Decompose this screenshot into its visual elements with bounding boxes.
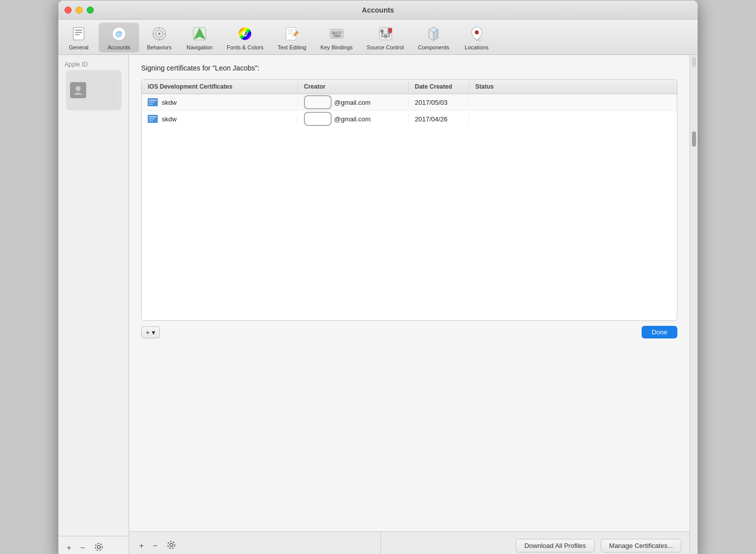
manage-certs-button[interactable]: Manage Certificates... <box>601 539 681 552</box>
navigation-icon <box>191 25 209 43</box>
general-label: General <box>69 44 88 50</box>
components-label: Components <box>418 44 449 50</box>
source-control-label: Source Control <box>367 44 404 50</box>
svg-text:A: A <box>244 31 248 37</box>
toolbar-item-components[interactable]: Components <box>411 23 456 52</box>
svg-point-43 <box>97 545 100 548</box>
settings-bottom-button[interactable] <box>165 539 178 552</box>
toolbar-item-navigation[interactable]: Navigation <box>179 23 220 52</box>
toolbar-item-accounts[interactable]: @ Accounts <box>99 23 139 52</box>
svg-point-53 <box>170 543 173 546</box>
title-bar: Accounts <box>58 1 698 20</box>
svg-point-12 <box>158 33 160 35</box>
svg-rect-47 <box>149 102 155 103</box>
bottom-bar: + − Download All Profiles Manage Certifi… <box>129 531 689 554</box>
content-panel: Signing certificates for "Leon Jacobs": … <box>129 55 689 554</box>
toolbar-item-behaviors[interactable]: Behaviors <box>139 23 179 52</box>
col-header-creator: Creator <box>298 82 409 92</box>
certs-section-title: Signing certificates for "Leon Jacobs": <box>141 64 677 72</box>
certs-section: Signing certificates for "Leon Jacobs": … <box>129 55 689 531</box>
minimize-button[interactable] <box>76 7 83 14</box>
source-control-icon <box>376 25 395 43</box>
creator-redacted-box <box>304 112 332 126</box>
toolbar-item-general[interactable]: General <box>58 23 99 52</box>
toolbar-item-key-bindings[interactable]: alt ⌥ option Key Bindings <box>313 23 360 52</box>
svg-rect-26 <box>338 32 341 34</box>
right-scrollbar <box>689 55 698 554</box>
sidebar-section-label: Apple ID <box>58 61 88 68</box>
remove-bottom-button[interactable]: − <box>151 540 159 551</box>
locations-icon <box>468 25 486 43</box>
svg-rect-46 <box>149 100 157 101</box>
svg-point-44 <box>95 543 102 550</box>
cert-date-cell: 2017/04/26 <box>409 113 469 125</box>
col-header-name: iOS Development Certificates <box>142 82 298 92</box>
cert-creator-cell: @gmail.com <box>298 113 409 125</box>
table-row[interactable]: skdw @gmail.com 2017/04/26 <box>142 111 677 127</box>
add-bottom-button[interactable]: + <box>137 540 146 551</box>
accounts-label: Accounts <box>107 44 130 50</box>
svg-point-41 <box>476 39 482 41</box>
toolbar: General @ Accounts <box>58 20 698 55</box>
cert-creator-email: @gmail.com <box>334 115 370 123</box>
download-profiles-button[interactable]: Download All Profiles <box>516 539 594 552</box>
behaviors-label: Behaviors <box>147 44 172 50</box>
svg-point-42 <box>76 86 81 91</box>
scroll-track <box>692 57 696 67</box>
components-icon <box>424 25 443 43</box>
svg-rect-51 <box>149 118 155 119</box>
col-header-status: Status <box>469 82 677 92</box>
add-account-button[interactable]: + <box>65 542 73 553</box>
bottom-right: Download All Profiles Manage Certificate… <box>381 532 689 554</box>
sidebar: Apple ID + − <box>58 55 129 554</box>
scroll-thumb[interactable] <box>692 131 696 147</box>
table-row[interactable]: skdw @gmail.com 2017/05/03 <box>142 94 677 111</box>
close-button[interactable] <box>65 7 72 14</box>
cert-creator-cell: @gmail.com <box>298 97 409 108</box>
svg-rect-48 <box>149 104 153 105</box>
cert-name: skdw <box>162 115 177 123</box>
cert-name: skdw <box>162 99 177 106</box>
cert-icon <box>148 98 158 106</box>
svg-rect-2 <box>75 32 82 33</box>
svg-text:option: option <box>335 35 341 37</box>
text-editing-icon <box>283 25 301 43</box>
toolbar-item-text-editing[interactable]: Text Editing <box>271 23 313 52</box>
toolbar-item-locations[interactable]: Locations <box>457 23 497 52</box>
window-title: Accounts <box>362 6 394 14</box>
main-content: Apple ID + − <box>58 55 698 554</box>
done-button[interactable]: Done <box>642 326 677 338</box>
col-header-date: Date Created <box>409 82 469 92</box>
cert-name-cell: skdw <box>142 96 298 108</box>
text-editing-label: Text Editing <box>278 44 306 50</box>
svg-rect-52 <box>149 120 153 121</box>
certs-actions: + ▾ Done <box>141 321 677 340</box>
svg-text:@: @ <box>115 30 122 38</box>
chevron-down-icon: ▾ <box>152 328 155 336</box>
maximize-button[interactable] <box>87 7 94 14</box>
svg-point-40 <box>475 31 478 34</box>
cert-creator-email: @gmail.com <box>334 99 370 106</box>
add-cert-button[interactable]: + ▾ <box>141 326 160 338</box>
account-settings-button[interactable] <box>92 541 105 554</box>
sidebar-bottom-actions: + − <box>58 536 129 554</box>
remove-account-button[interactable]: − <box>78 542 87 553</box>
main-window: Accounts General @ Accounts <box>58 0 698 554</box>
key-bindings-label: Key Bindings <box>321 44 353 50</box>
general-icon <box>70 25 88 43</box>
locations-label: Locations <box>465 44 488 50</box>
svg-point-54 <box>168 541 175 548</box>
certs-table-header: iOS Development Certificates Creator Dat… <box>142 80 677 94</box>
navigation-label: Navigation <box>186 44 213 50</box>
svg-rect-1 <box>75 30 82 31</box>
cert-icon <box>148 115 158 123</box>
certs-table: iOS Development Certificates Creator Dat… <box>141 79 677 321</box>
toolbar-item-source-control[interactable]: Source Control <box>360 23 411 52</box>
sidebar-account-item[interactable] <box>66 70 121 110</box>
avatar <box>70 82 86 98</box>
fonts-colors-label: Fonts & Colors <box>227 44 264 50</box>
add-icon: + <box>146 328 150 336</box>
svg-rect-0 <box>73 28 84 40</box>
toolbar-item-fonts-colors[interactable]: A Fonts & Colors <box>220 23 271 52</box>
sidebar-scrollbar <box>112 77 115 107</box>
